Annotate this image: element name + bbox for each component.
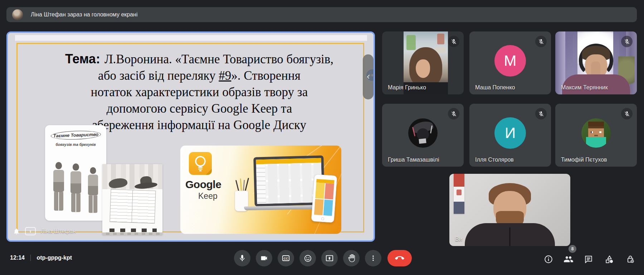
end-call-button[interactable] — [387, 250, 412, 266]
participant-avatar: M — [494, 45, 526, 77]
book-cover-illustration: Таємне Товариство боягузів та брехунів — [45, 125, 106, 221]
newspaper-illustration — [102, 164, 162, 235]
google-keep-promo: Google Keep — [180, 146, 341, 234]
microphone-button[interactable] — [234, 250, 250, 266]
notification-bell-icon — [13, 227, 20, 235]
reactions-button[interactable] — [299, 250, 316, 266]
meeting-info: 12:14 otp-gppg-kpt — [10, 255, 72, 261]
camera-button[interactable] — [256, 250, 272, 266]
mic-off-icon — [621, 108, 633, 119]
slide-topic-label: Тема: — [65, 51, 100, 66]
raise-hand-icon — [348, 254, 355, 262]
mic-off-icon — [535, 36, 547, 47]
issue-number: #9 — [219, 69, 231, 83]
participant-name: Гриша Тамазашвілі — [388, 157, 439, 163]
clock-time: 12:14 — [10, 255, 25, 261]
meeting-panels: 8 — [539, 249, 635, 268]
boys-sketch — [45, 162, 106, 216]
present-screen-icon — [326, 254, 333, 262]
phone-mockup — [311, 174, 337, 223]
participant-name: Маша Попенко — [475, 84, 515, 91]
activities-button[interactable] — [604, 254, 614, 264]
self-name-label: Ви — [455, 236, 462, 242]
divider — [30, 255, 31, 261]
participant-avatar: И — [494, 117, 526, 149]
slide-title: Тема:Л.Воронина. «Таємне Товариство бояг… — [39, 51, 360, 133]
present-button[interactable] — [321, 250, 338, 266]
people-button[interactable] — [564, 254, 574, 264]
more-vert-icon — [370, 255, 377, 262]
end-call-icon — [395, 254, 404, 263]
self-video — [449, 174, 570, 246]
shared-slide: Тема:Л.Воронина. «Таємне Товариство бояг… — [8, 33, 374, 240]
meet-app: Ліна Штефан зараз на головному екрані Те… — [0, 0, 644, 275]
participant-name: Тимофій Пєтухов — [561, 157, 607, 163]
participant-tile[interactable]: Тимофій Пєтухов — [555, 104, 637, 167]
info-button[interactable] — [543, 254, 553, 264]
more-options-button[interactable] — [365, 250, 381, 266]
svg-text:CC: CC — [284, 257, 288, 260]
participant-avatar — [408, 118, 438, 148]
emoji-icon — [304, 254, 312, 262]
participant-name: Марія Гринько — [388, 84, 426, 91]
participant-tile[interactable]: Марія Гринько — [382, 31, 464, 94]
closed-captions-icon: CC — [282, 254, 290, 262]
presenter-overlay: Ліна Штефан — [13, 227, 76, 235]
microphone-icon — [238, 254, 246, 262]
google-keep-logo — [189, 152, 212, 175]
presenter-avatar — [12, 9, 23, 20]
call-controls: CC — [234, 250, 412, 266]
participant-name: Ілля Столяров — [475, 157, 514, 163]
people-icon — [564, 254, 574, 264]
chat-button[interactable] — [584, 254, 594, 264]
raise-hand-button[interactable] — [343, 250, 360, 266]
host-controls-button[interactable] — [625, 254, 635, 264]
self-tile[interactable]: Ви — [449, 174, 570, 246]
keep-wordmark: Keep — [198, 191, 218, 201]
activities-icon — [605, 255, 614, 264]
videocam-icon — [260, 254, 268, 262]
meeting-code: otp-gppg-kpt — [36, 255, 72, 261]
captions-button[interactable]: CC — [278, 250, 294, 266]
chat-icon — [584, 255, 593, 264]
mic-off-icon — [621, 36, 633, 47]
book-title: Таємне Товариство — [50, 130, 101, 141]
participant-avatar — [581, 118, 611, 148]
chevron-left-icon — [365, 73, 371, 81]
book-subtitle: боягузів та брехунів — [45, 142, 106, 147]
participant-tile[interactable]: M Маша Попенко — [469, 31, 551, 94]
presenter-name-label: Ліна Штефан — [41, 228, 76, 235]
slide-top-strip — [15, 35, 367, 41]
collapse-panel-handle[interactable] — [363, 54, 374, 99]
mic-off-icon — [448, 36, 459, 47]
participants-count-badge: 8 — [569, 245, 576, 253]
mic-off-icon — [535, 108, 547, 119]
presentation-tile[interactable]: Тема:Л.Воронина. «Таємне Товариство бояг… — [6, 31, 375, 242]
participant-tile[interactable]: Максим Терянник — [555, 31, 637, 94]
google-wordmark: Google — [185, 178, 221, 191]
participant-tile[interactable]: И Ілля Столяров — [469, 104, 551, 167]
presenting-chip-icon — [25, 227, 36, 235]
info-icon — [544, 255, 553, 264]
host-lock-icon — [626, 255, 635, 264]
presenting-banner: Ліна Штефан зараз на головному екрані — [6, 7, 637, 22]
presenting-banner-text: Ліна Штефан зараз на головному екрані — [31, 11, 138, 18]
participant-name: Максим Терянник — [561, 84, 608, 91]
mic-off-icon — [448, 108, 459, 119]
participant-tile[interactable]: Гриша Тамазашвілі — [382, 104, 464, 167]
